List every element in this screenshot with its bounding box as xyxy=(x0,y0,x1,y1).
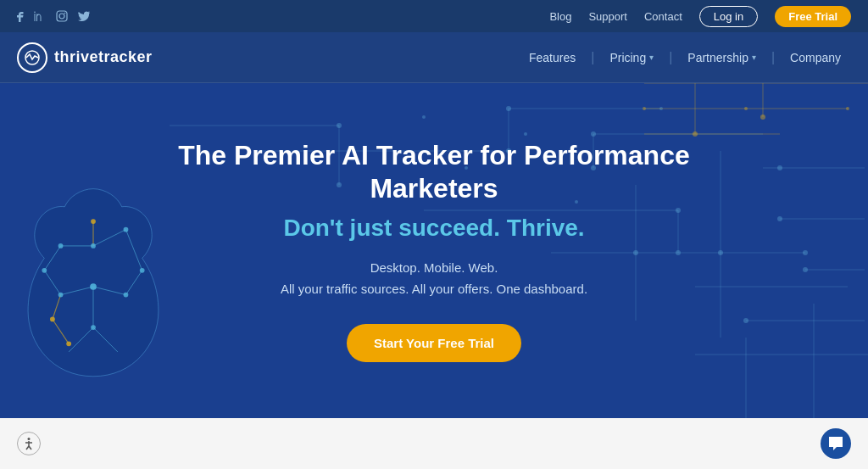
svg-line-63 xyxy=(69,327,93,352)
svg-line-57 xyxy=(44,271,60,295)
svg-point-53 xyxy=(846,107,849,110)
svg-point-77 xyxy=(50,317,55,322)
nav-separator-2: | xyxy=(669,50,672,65)
hero-description: Desktop. Mobile. Web. All your traffic s… xyxy=(281,257,587,300)
svg-point-71 xyxy=(42,268,47,273)
svg-point-73 xyxy=(90,283,97,290)
logo-text: thrivetracker xyxy=(54,48,153,66)
top-bar-right: Blog Support Contact Log in Free Trial xyxy=(549,6,851,27)
svg-line-66 xyxy=(53,319,69,343)
top-bar: Blog Support Contact Log in Free Trial xyxy=(0,0,868,32)
logo[interactable]: thrivetracker xyxy=(17,42,153,73)
hero-title: The Premier AI Tracker for Performance M… xyxy=(137,139,731,204)
twitter-icon[interactable] xyxy=(78,11,90,21)
svg-point-70 xyxy=(124,227,129,232)
svg-point-37 xyxy=(524,132,527,136)
svg-point-23 xyxy=(506,106,511,111)
nav-separator-1: | xyxy=(591,50,594,65)
svg-point-68 xyxy=(58,243,64,248)
svg-line-84 xyxy=(29,446,31,449)
blog-link[interactable]: Blog xyxy=(549,10,571,23)
svg-line-59 xyxy=(93,287,125,295)
bottom-bar xyxy=(0,418,868,469)
svg-point-76 xyxy=(91,325,96,330)
nav-partnership[interactable]: Partnership ▾ xyxy=(677,44,766,71)
svg-point-2 xyxy=(64,13,66,14)
linkedin-icon[interactable] xyxy=(34,10,46,22)
svg-point-1 xyxy=(59,14,64,19)
hero-subtitle: Don't just succeed. Thrive. xyxy=(283,215,584,242)
hero-desc-line1: Desktop. Mobile. Web. xyxy=(370,260,498,275)
contact-link[interactable]: Contact xyxy=(644,10,682,23)
svg-point-42 xyxy=(803,267,808,272)
svg-point-78 xyxy=(66,341,71,346)
svg-point-30 xyxy=(803,250,808,255)
svg-line-56 xyxy=(44,246,60,271)
svg-point-39 xyxy=(659,107,663,110)
svg-point-50 xyxy=(760,114,765,120)
hero-content: The Premier AI Tracker for Performance M… xyxy=(137,139,731,362)
nav-company[interactable]: Company xyxy=(780,44,851,71)
svg-point-40 xyxy=(777,165,782,170)
hero-desc-line2: All your traffic sources. All your offer… xyxy=(281,282,587,296)
svg-point-41 xyxy=(777,216,782,221)
partnership-chevron-icon: ▾ xyxy=(752,53,756,62)
login-button[interactable]: Log in xyxy=(699,6,758,27)
svg-line-55 xyxy=(93,230,125,246)
support-link[interactable]: Support xyxy=(588,10,627,23)
svg-line-65 xyxy=(53,295,61,320)
svg-point-35 xyxy=(422,115,426,119)
nav-features[interactable]: Features xyxy=(519,44,586,71)
svg-point-79 xyxy=(91,219,96,224)
chat-button[interactable] xyxy=(821,428,851,459)
instagram-icon[interactable] xyxy=(56,10,68,22)
facebook-icon[interactable] xyxy=(17,10,24,22)
start-trial-button[interactable]: Start Your Free Trial xyxy=(347,324,521,362)
free-trial-button[interactable]: Free Trial xyxy=(775,6,851,27)
main-nav-links: Features | Pricing ▾ | Partnership ▾ | C… xyxy=(519,44,851,71)
svg-line-64 xyxy=(93,327,118,352)
svg-point-51 xyxy=(643,107,646,110)
svg-point-20 xyxy=(337,123,342,128)
logo-icon xyxy=(17,42,47,73)
svg-point-49 xyxy=(693,131,698,137)
svg-point-24 xyxy=(591,131,596,137)
accessibility-button[interactable] xyxy=(17,432,41,455)
svg-point-74 xyxy=(124,293,129,298)
svg-point-52 xyxy=(744,107,748,110)
main-nav: thrivetracker Features | Pricing ▾ | Par… xyxy=(0,32,868,83)
social-icons xyxy=(17,10,90,22)
svg-rect-0 xyxy=(57,11,67,21)
hero-section: The Premier AI Tracker for Performance M… xyxy=(0,83,868,418)
pricing-chevron-icon: ▾ xyxy=(649,53,654,62)
nav-separator-3: | xyxy=(771,50,775,65)
nav-pricing[interactable]: Pricing ▾ xyxy=(599,44,664,71)
svg-point-43 xyxy=(743,318,748,323)
svg-point-80 xyxy=(28,438,31,440)
svg-point-69 xyxy=(91,243,96,248)
svg-line-58 xyxy=(61,287,93,295)
svg-point-72 xyxy=(58,293,64,298)
